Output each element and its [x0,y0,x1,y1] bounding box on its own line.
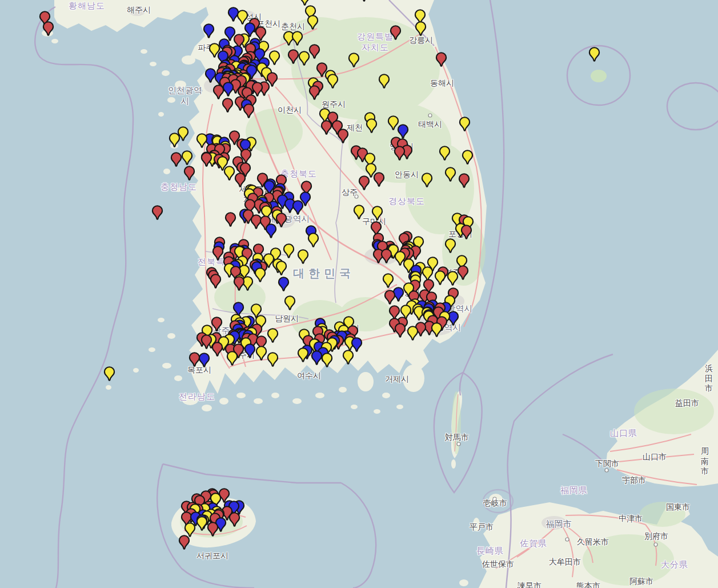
map-pin-red[interactable] [458,173,470,189]
map-pin-yellow[interactable] [297,347,309,363]
map-pin-yellow[interactable] [415,21,427,37]
map-pin-yellow[interactable] [327,74,339,89]
map-pin-red[interactable] [394,323,406,338]
map-pin-yellow[interactable] [371,206,383,221]
map-pin-red[interactable] [151,205,163,221]
map-pin-red[interactable] [394,146,406,161]
map-pin-yellow[interactable] [223,166,235,181]
map-pin-red[interactable] [390,25,402,41]
map-pin-yellow[interactable] [366,118,378,134]
map-pin-yellow[interactable] [181,150,193,166]
map-pin-red[interactable] [460,225,472,240]
map-pin-red[interactable] [337,129,349,144]
map-pin-red[interactable] [435,52,447,67]
map-pin-red[interactable] [207,522,219,537]
map-pin-red[interactable] [200,152,212,167]
map-pin-red[interactable] [384,290,396,305]
map-pin-yellow[interactable] [348,53,360,68]
map-pin-yellow[interactable] [358,0,370,2]
map-pin-red[interactable] [210,274,222,289]
map-pin-yellow[interactable] [444,167,456,182]
map-pin-red[interactable] [183,166,195,181]
map-pin-blue[interactable] [292,200,304,215]
map-pin-yellow[interactable] [421,173,433,188]
map-pin-yellow[interactable] [284,295,296,311]
map-pin-red[interactable] [178,535,190,550]
map-pin-red[interactable] [373,172,385,187]
map-pin-yellow[interactable] [267,352,279,367]
map-pin-yellow[interactable] [378,74,390,89]
map-pin-yellow[interactable] [447,271,459,286]
map-pin-yellow[interactable] [321,353,333,368]
map-pin-red[interactable] [211,342,223,357]
map-pin-yellow[interactable] [407,326,419,341]
map-pin-yellow[interactable] [431,322,443,338]
map-pin-red[interactable] [287,49,299,65]
map-pin-yellow[interactable] [283,243,295,259]
map-pin-yellow[interactable] [342,350,354,365]
town-dot [355,195,358,198]
map-pin-yellow[interactable] [255,346,267,361]
map-pin-yellow[interactable] [353,205,365,220]
town-dot [493,497,496,501]
map-canvas[interactable]: 황해남도강원특별 자치도충청남도충청북도경상북도전라남도전북특별자치도인천광역 … [0,0,718,588]
town-dot [605,469,608,472]
map-pin-yellow[interactable] [291,31,303,46]
map-pin-blue[interactable] [203,23,215,39]
map-pin-red[interactable] [308,85,320,101]
map-base-tiles [0,0,718,588]
map-pin-red[interactable] [200,334,212,350]
map-pin-yellow[interactable] [444,238,456,254]
map-pin-yellow[interactable] [297,249,309,265]
town-dot [457,442,460,446]
map-pin-yellow[interactable] [382,273,394,289]
map-pin-yellow[interactable] [226,351,238,366]
map-pin-yellow[interactable] [459,117,471,132]
map-pin-yellow[interactable] [434,270,446,286]
map-pin-red[interactable] [308,44,320,59]
map-pin-yellow[interactable] [103,366,115,382]
map-pin-yellow[interactable] [275,261,287,276]
map-pin-yellow[interactable] [307,233,319,248]
map-pin-yellow[interactable] [588,47,600,62]
map-pin-red[interactable] [380,249,392,264]
map-pin-yellow[interactable] [267,328,279,343]
map-pin-red[interactable] [42,21,54,37]
map-pin-yellow[interactable] [439,146,451,161]
map-pin-yellow[interactable] [307,15,319,30]
map-pin-red[interactable] [222,98,234,113]
map-pin-red[interactable] [243,103,255,119]
map-pin-blue[interactable] [278,277,290,292]
map-pin-blue[interactable] [265,223,277,239]
map-pin-red[interactable] [457,265,469,281]
map-pin-red[interactable] [358,175,370,191]
map-pin-blue[interactable] [244,343,256,359]
map-pin-blue[interactable] [198,353,210,368]
town-dot [428,114,432,117]
map-pin-red[interactable] [320,120,332,135]
map-pin-red[interactable] [224,212,236,227]
landmass-ulleungdo [591,70,607,82]
map-pin-yellow[interactable] [462,150,474,165]
map-pin-yellow[interactable] [268,50,280,66]
town-dot [565,538,569,541]
map-pin-red[interactable] [275,213,287,228]
map-pin-yellow[interactable] [254,267,266,283]
map-pin-red[interactable] [228,512,240,527]
map-pin-yellow[interactable] [169,133,180,148]
town-dot [654,543,657,546]
map-pin-red[interactable] [170,152,182,167]
map-pin-red[interactable] [233,276,245,291]
map-pin-yellow[interactable] [298,51,310,66]
